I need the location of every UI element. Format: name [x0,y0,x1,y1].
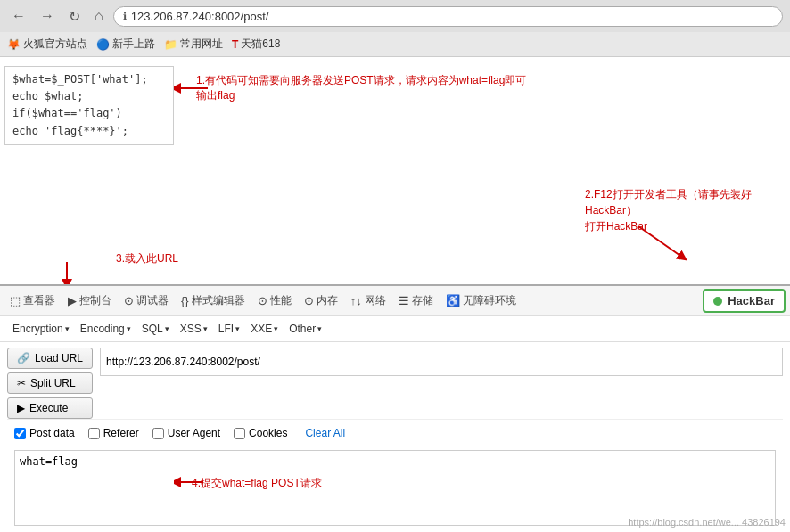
bookmark-huhu[interactable]: 🦊 火狐官方站点 [7,37,87,52]
tmall-icon: T [232,38,238,51]
encryption-label: Encryption [12,323,63,335]
load-icon: 🔗 [17,352,30,364]
inspector-icon: ⬚ [10,294,21,307]
split-url-button[interactable]: ✂ Split URL [7,372,93,394]
sql-label: SQL [142,323,163,335]
bookmark-label: 天猫618 [241,37,280,52]
arrow-1 [174,79,210,97]
hackbar-dot [713,297,722,306]
code-line-4: echo 'flag{****}'; [12,123,166,140]
bookmark-label: 常用网址 [180,37,223,52]
hackbar-content: 🔗 Load URL ✂ Split URL ▶ Execute [0,342,790,532]
other-arrow: ▾ [317,324,322,333]
bookmark-new[interactable]: 🔵 新手上路 [96,37,155,52]
execute-button[interactable]: ▶ Execute [7,397,93,419]
lfi-label: LFI [218,323,234,335]
referer-label: Referer [103,427,139,439]
annotation-1: 1.有代码可知需要向服务器发送POST请求，请求内容为what=flag即可输出… [196,73,535,103]
execute-icon: ▶ [17,402,25,414]
tool-accessibility[interactable]: ♿ 无障碍环境 [440,290,522,312]
arrow-4 [174,473,205,491]
code-line-2: echo $what; [12,88,166,105]
network-label: 网络 [365,293,386,308]
code-box: $what=$_POST['what']; echo $what; if($wh… [4,66,174,145]
folder-icon: 📁 [164,38,177,51]
menu-xss[interactable]: XSS ▾ [175,320,213,338]
tool-console[interactable]: ▶ 控制台 [62,290,117,312]
xss-arrow: ▾ [203,324,208,333]
nav-bar: ← → ↻ ⌂ ℹ 123.206.87.240:8002/post/ [0,0,790,32]
watermark: https://blog.csdn.net/we... 43826194 [628,517,786,528]
tool-debugger[interactable]: ⊙ 调试器 [119,290,174,312]
user-agent-check[interactable] [152,428,164,439]
tool-network[interactable]: ↑↓ 网络 [345,290,391,312]
memory-icon: ⊙ [304,294,314,307]
bookmark-common[interactable]: 📁 常用网址 [164,37,223,52]
main-content: $what=$_POST['what']; echo $what; if($wh… [0,57,790,532]
load-url-button[interactable]: 🔗 Load URL [7,348,93,369]
style-icon: {} [181,294,189,307]
huhu-icon: 🦊 [7,38,21,51]
storage-label: 存储 [412,293,433,308]
split-url-label: Split URL [30,377,76,389]
user-agent-checkbox[interactable]: User Agent [152,427,220,439]
encryption-arrow: ▾ [65,324,70,333]
refresh-button[interactable]: ↻ [64,6,85,27]
code-line-1: $what=$_POST['what']; [12,71,166,88]
hackbar-menu: Encryption ▾ Encoding ▾ SQL ▾ XSS ▾ LFI [0,316,790,342]
perf-label: 性能 [270,293,292,308]
accessibility-icon: ♿ [446,294,460,307]
tool-performance[interactable]: ⊙ 性能 [252,290,297,312]
home-button[interactable]: ⌂ [90,6,108,26]
menu-xxe[interactable]: XXE ▾ [245,320,284,338]
bookmark-tmall[interactable]: T 天猫618 [232,37,280,52]
sidebar-buttons: 🔗 Load URL ✂ Split URL ▶ Execute [7,348,93,419]
address-bar[interactable]: ℹ 123.206.87.240:8002/post/ [113,6,783,27]
referer-checkbox[interactable]: Referer [88,427,139,439]
other-label: Other [289,323,316,335]
inspector-label: 查看器 [23,293,55,308]
memory-label: 内存 [317,293,338,308]
menu-sql[interactable]: SQL ▾ [136,320,175,338]
hackbar-panel: Encryption ▾ Encoding ▾ SQL ▾ XSS ▾ LFI [0,316,790,532]
back-button[interactable]: ← [7,6,30,26]
execute-label: Execute [29,402,68,414]
code-line-3: if($what=='flag') [12,105,166,122]
new-icon: 🔵 [96,38,110,51]
hackbar-button[interactable]: HackBar [703,289,786,313]
console-icon: ▶ [68,294,77,307]
tool-memory[interactable]: ⊙ 内存 [299,290,343,312]
tool-inspector[interactable]: ⬚ 查看器 [4,290,61,312]
tool-storage[interactable]: ☰ 存储 [393,290,439,312]
post-data-check[interactable] [14,428,26,439]
menu-encoding[interactable]: Encoding ▾ [75,320,136,338]
split-icon: ✂ [17,377,26,389]
referer-check[interactable] [88,428,100,439]
bookmark-label: 火狐官方站点 [23,37,87,52]
accessibility-label: 无障碍环境 [463,293,516,308]
post-data-checkbox[interactable]: Post data [14,427,75,439]
xxe-arrow: ▾ [274,324,278,333]
address-text: 123.206.87.240:8002/post/ [131,10,773,23]
tool-style-editor[interactable]: {} 样式编辑器 [176,290,251,312]
sql-arrow: ▾ [165,324,169,333]
clear-all-button[interactable]: Clear All [305,427,345,439]
lfi-arrow: ▾ [235,324,240,333]
menu-lfi[interactable]: LFI ▾ [213,320,245,338]
cookies-checkbox[interactable]: Cookies [234,427,287,439]
menu-other[interactable]: Other ▾ [284,320,327,338]
menu-encryption[interactable]: Encryption ▾ [7,320,75,338]
url-input[interactable] [100,348,783,376]
post-data-label: Post data [29,427,75,439]
cookies-label: Cookies [249,427,287,439]
xxe-label: XXE [251,323,272,335]
hackbar-label: HackBar [728,294,775,307]
load-url-label: Load URL [35,352,83,364]
checkboxes-row: Post data Referer User Agent Cookies C [7,419,783,446]
xss-label: XSS [180,323,202,335]
cookies-check[interactable] [234,428,245,439]
forward-button[interactable]: → [36,6,59,26]
lock-icon: ℹ [123,11,127,22]
bookmarks-bar: 🦊 火狐官方站点 🔵 新手上路 📁 常用网址 T 天猫618 [0,32,790,57]
bookmark-label: 新手上路 [112,37,155,52]
